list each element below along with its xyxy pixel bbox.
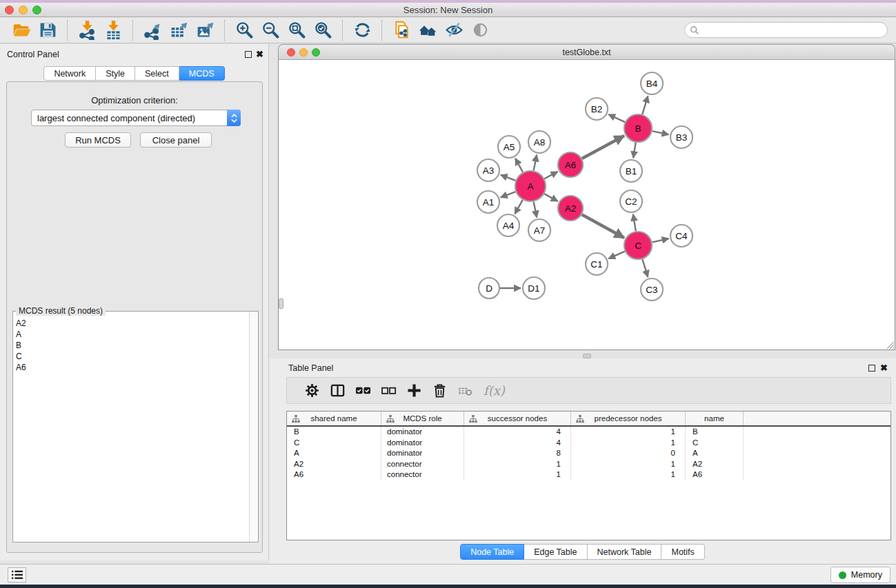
result-list-scrollbar[interactable] xyxy=(249,312,258,542)
graph-node-B1[interactable]: B1 xyxy=(620,160,642,182)
graph-edge-B-B2[interactable] xyxy=(608,114,625,122)
function-builder-button[interactable]: f(x) xyxy=(484,383,505,398)
graph-edge-A-A4[interactable] xyxy=(515,200,522,214)
table-row-B[interactable]: Bdominator41B xyxy=(287,427,890,438)
graph-edge-C-C2[interactable] xyxy=(633,214,636,232)
graph-edge-A-A3[interactable] xyxy=(501,175,516,181)
graph-node-A5[interactable]: A5 xyxy=(498,136,520,158)
float-table-panel-icon[interactable] xyxy=(868,365,875,372)
graph-node-A8[interactable]: A8 xyxy=(528,131,550,153)
graph-node-B2[interactable]: B2 xyxy=(586,98,608,120)
table-row-C[interactable]: Cdominator41C xyxy=(287,438,890,449)
save-session-button[interactable] xyxy=(34,19,61,41)
graph-edge-A6-B[interactable] xyxy=(582,136,624,159)
mcds-result-item[interactable]: B xyxy=(16,340,249,351)
delete-column-button[interactable] xyxy=(427,381,452,401)
tab-network[interactable]: Network xyxy=(43,66,96,81)
graph-edge-A-A8[interactable] xyxy=(534,155,537,171)
tab-edge-table[interactable]: Edge Table xyxy=(524,544,587,560)
graph-edge-A-A7[interactable] xyxy=(534,202,537,218)
close-table-panel-icon[interactable]: ✖ xyxy=(880,364,888,372)
close-panel-icon[interactable]: ✖ xyxy=(256,50,263,58)
import-table-button[interactable] xyxy=(100,19,126,41)
graph-node-C2[interactable]: C2 xyxy=(620,190,642,212)
add-column-button[interactable] xyxy=(401,381,427,401)
graph-edge-C-C1[interactable] xyxy=(608,252,625,259)
hide-graphics-details-button[interactable] xyxy=(441,19,467,41)
run-mcds-button[interactable]: Run MCDS xyxy=(65,132,131,148)
graph-node-C1[interactable]: C1 xyxy=(586,253,608,275)
mcds-result-item[interactable]: C xyxy=(16,351,249,362)
tab-network-table[interactable]: Network Table xyxy=(588,544,662,560)
search-field[interactable] xyxy=(684,22,888,38)
graph-edge-A-A1[interactable] xyxy=(501,192,516,197)
tab-select[interactable]: Select xyxy=(135,66,179,81)
graph-edge-C-C4[interactable] xyxy=(653,239,669,242)
zoom-fit-button[interactable] xyxy=(283,19,310,41)
graph-node-C[interactable]: C xyxy=(624,232,652,259)
memory-button[interactable]: Memory xyxy=(830,567,890,583)
float-panel-icon[interactable] xyxy=(245,51,252,58)
mcds-result-item[interactable]: A xyxy=(16,329,249,340)
column-header-MCDS-role[interactable]: MCDS role xyxy=(381,412,464,425)
zoom-out-button[interactable] xyxy=(257,19,283,41)
duplicate-network-button[interactable] xyxy=(388,19,415,41)
tab-motifs[interactable]: Motifs xyxy=(661,544,704,560)
show-network-overview-button[interactable] xyxy=(415,19,441,41)
delete-table-button[interactable] xyxy=(452,381,478,401)
graph-node-A1[interactable]: A1 xyxy=(477,191,499,213)
graph-edge-C-C3[interactable] xyxy=(642,259,648,277)
graph-node-A4[interactable]: A4 xyxy=(497,214,519,236)
deselect-all-columns-button[interactable] xyxy=(376,381,401,401)
window-resize-grip[interactable] xyxy=(885,340,894,349)
graph-node-A6[interactable]: A6 xyxy=(558,152,583,177)
splitter-handle[interactable] xyxy=(583,354,591,358)
canvas-scrollbar-thumb[interactable] xyxy=(279,298,283,309)
graph-edge-B-B4[interactable] xyxy=(642,96,648,114)
criterion-dropdown[interactable]: largest connected component (directed) xyxy=(31,110,241,126)
graph-edge-A-A2[interactable] xyxy=(544,194,558,201)
graph-edge-A2-C[interactable] xyxy=(582,214,624,238)
column-header-predecessor-nodes[interactable]: predecessor nodes xyxy=(571,412,686,425)
toggle-column-view-button[interactable] xyxy=(325,381,350,401)
graph-node-A[interactable]: A xyxy=(515,171,546,201)
mcds-result-item[interactable]: A6 xyxy=(16,362,249,373)
column-header-shared-name[interactable]: shared name xyxy=(287,412,381,425)
import-network-button[interactable] xyxy=(74,19,100,41)
graph-node-D[interactable]: D xyxy=(479,278,499,298)
show-task-history-button[interactable] xyxy=(8,567,26,582)
network-graph[interactable]: B4B2BB3A8A5A6A3B1AC2A1A2A4A7C4CC1DD1C3 xyxy=(279,60,895,349)
open-session-button[interactable] xyxy=(8,19,34,41)
table-settings-button[interactable] xyxy=(299,381,325,401)
graph-node-B4[interactable]: B4 xyxy=(641,72,663,94)
zoom-selected-button[interactable] xyxy=(310,19,336,41)
table-row-A[interactable]: Adominator80A xyxy=(287,448,890,459)
graph-edge-B-B1[interactable] xyxy=(633,143,636,159)
graph-node-D1[interactable]: D1 xyxy=(523,277,545,299)
export-table-button[interactable] xyxy=(166,19,192,41)
graph-node-A7[interactable]: A7 xyxy=(528,219,550,241)
column-header-successor-nodes[interactable]: successor nodes xyxy=(464,412,571,425)
select-all-columns-button[interactable] xyxy=(350,381,376,401)
show-graphics-details-button[interactable] xyxy=(467,19,493,41)
mcds-result-item[interactable]: A2 xyxy=(16,318,249,329)
tab-mcds[interactable]: MCDS xyxy=(179,66,225,81)
graph-node-B3[interactable]: B3 xyxy=(670,126,693,148)
refresh-button[interactable] xyxy=(349,19,375,41)
table-row-A2[interactable]: A2connector11A2 xyxy=(287,459,890,470)
zoom-in-button[interactable] xyxy=(231,19,257,41)
table-row-A6[interactable]: A6connector11A6 xyxy=(287,469,890,480)
graph-node-C3[interactable]: C3 xyxy=(641,278,663,301)
close-panel-button[interactable]: Close panel xyxy=(140,132,212,148)
network-canvas[interactable]: B4B2BB3A8A5A6A3B1AC2A1A2A4A7C4CC1DD1C3 xyxy=(278,60,895,350)
graph-node-C4[interactable]: C4 xyxy=(670,225,693,247)
graph-edge-B-B3[interactable] xyxy=(653,131,669,134)
graph-edge-A-A6[interactable] xyxy=(544,172,557,179)
tab-node-table[interactable]: Node Table xyxy=(460,544,524,560)
network-window-titlebar[interactable]: testGlobe.txt xyxy=(278,44,895,60)
export-image-button[interactable] xyxy=(192,19,218,41)
graph-node-B[interactable]: B xyxy=(624,114,652,142)
tab-style[interactable]: Style xyxy=(96,66,135,81)
search-input[interactable] xyxy=(699,24,887,37)
column-header-name[interactable]: name xyxy=(686,412,744,425)
